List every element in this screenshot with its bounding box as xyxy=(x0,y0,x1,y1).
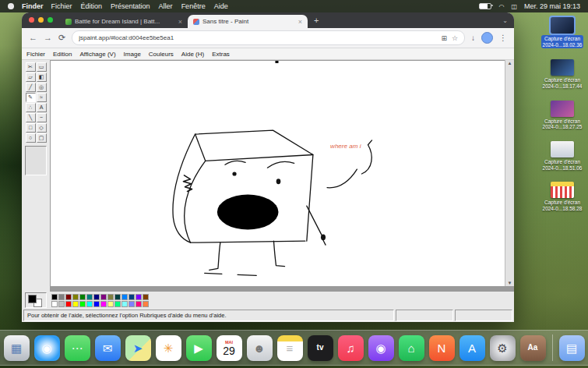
color-swatch[interactable] xyxy=(121,301,128,307)
color-swatch[interactable] xyxy=(143,294,149,300)
pick-color-tool[interactable]: ╱ xyxy=(26,83,36,92)
curve-tool[interactable]: ~ xyxy=(37,113,47,122)
desktop-file-icon[interactable]: Capture d'écran2024-0...18.51.06 xyxy=(540,141,584,171)
back-button[interactable]: ← xyxy=(29,34,37,42)
address-bar[interactable]: jspaint.app/#local:d004ee5be5ea1 ⊞ ☆ xyxy=(72,30,465,45)
paint-menu-item[interactable]: Fichier xyxy=(26,51,45,58)
scroll-down-icon[interactable]: ▼ xyxy=(508,280,512,286)
color-swatch[interactable] xyxy=(79,294,86,300)
install-app-icon[interactable]: ⊞ xyxy=(441,34,447,42)
paint-canvas[interactable]: where am i xyxy=(51,61,505,286)
app-menu-finder[interactable]: Finder xyxy=(22,2,44,10)
menu-item[interactable]: Fichier xyxy=(51,2,72,10)
tab-bfdi[interactable]: Battle for Dream Island | Batt... × xyxy=(60,15,188,28)
color-swatch[interactable] xyxy=(129,301,135,307)
dock-downloads-folder-icon[interactable]: ▤ xyxy=(559,335,585,361)
vertical-scrollbar[interactable]: ▲ ▼ xyxy=(505,60,514,286)
tab-search-icon[interactable]: ⌄ xyxy=(502,17,508,24)
color-swatch[interactable] xyxy=(129,294,135,300)
desktop-file-icon[interactable]: Capture d'écran2024-0...18.27.25 xyxy=(540,101,584,130)
color-swatch[interactable] xyxy=(51,301,58,307)
dock-music-icon[interactable]: ♫ xyxy=(338,335,364,361)
apple-menu-icon[interactable] xyxy=(8,3,14,9)
profile-avatar[interactable] xyxy=(481,32,493,44)
fill-tool[interactable]: ◧ xyxy=(37,73,47,82)
url-text[interactable]: jspaint.app/#local:d004ee5be5ea1 xyxy=(79,34,436,41)
color-swatch[interactable] xyxy=(136,301,142,307)
paint-menu-item[interactable]: Affichage (V) xyxy=(79,51,115,58)
foreground-background-colors[interactable] xyxy=(25,292,47,308)
tab-close-icon[interactable]: × xyxy=(298,18,302,26)
menu-item[interactable]: Édition xyxy=(81,2,103,10)
text-tool[interactable]: A xyxy=(37,103,47,112)
rectangle-tool[interactable]: □ xyxy=(26,123,36,133)
color-swatch[interactable] xyxy=(58,294,65,300)
dock-mail-icon[interactable]: ✉ xyxy=(95,335,121,361)
bookmark-star-icon[interactable]: ☆ xyxy=(452,34,458,42)
select-tool[interactable]: ▭ xyxy=(37,62,47,72)
color-swatch[interactable] xyxy=(107,294,114,300)
dock-contacts-icon[interactable]: ☻ xyxy=(247,335,273,361)
dock-photos-icon[interactable]: ✳ xyxy=(156,335,181,361)
desktop-file-icon[interactable]: Capture d'écran2024-0...18.17.44 xyxy=(540,59,584,89)
color-swatch[interactable] xyxy=(65,301,72,307)
paint-menu-item[interactable]: Image xyxy=(124,51,141,58)
ellipse-tool[interactable]: ○ xyxy=(26,133,36,143)
zoom-window-button[interactable] xyxy=(48,17,53,23)
rounded-rectangle-tool[interactable]: ▢ xyxy=(37,133,47,143)
forward-button[interactable]: → xyxy=(44,34,52,42)
dock-podcasts-icon[interactable]: ◉ xyxy=(368,335,394,361)
color-swatch[interactable] xyxy=(100,294,107,300)
control-center-icon[interactable]: ◫ xyxy=(511,3,517,10)
color-swatch[interactable] xyxy=(65,294,72,300)
color-swatch[interactable] xyxy=(107,301,114,307)
color-swatch[interactable] xyxy=(58,301,65,307)
dock-maps-icon[interactable]: ➤ xyxy=(125,335,151,361)
dock-facetime-icon[interactable]: ▶ xyxy=(186,335,212,361)
menubar-clock[interactable]: Mer. 29 mai 19:13 xyxy=(524,2,580,10)
new-tab-button[interactable]: + xyxy=(314,16,319,25)
close-window-button[interactable] xyxy=(29,17,34,23)
browser-menu-icon[interactable]: ⋮ xyxy=(499,34,507,42)
menu-item[interactable]: Aide xyxy=(214,2,228,10)
menu-item[interactable]: Aller xyxy=(159,2,173,10)
color-swatch[interactable] xyxy=(79,301,86,307)
pencil-tool[interactable]: ✎ xyxy=(26,93,36,102)
wifi-icon[interactable]: ◠ xyxy=(498,3,504,10)
dock-launchpad-icon[interactable]: ▦ xyxy=(4,335,30,361)
paint-menu-item[interactable]: Extras xyxy=(212,51,230,58)
magnifier-tool[interactable]: ◎ xyxy=(37,83,47,92)
color-swatch[interactable] xyxy=(136,294,142,300)
battery-icon[interactable] xyxy=(479,3,491,9)
dock-messages-icon[interactable]: ⋯ xyxy=(65,335,90,361)
line-tool[interactable]: ╲ xyxy=(26,113,36,122)
menu-item[interactable]: Fenêtre xyxy=(181,2,206,10)
tool-options-box[interactable] xyxy=(25,146,47,175)
color-swatch[interactable] xyxy=(51,294,58,300)
dock-calendar-icon[interactable]: mai29 xyxy=(217,335,242,361)
dock-dictionary-icon[interactable]: Aa xyxy=(520,335,546,361)
foreground-color-swatch[interactable] xyxy=(28,295,37,303)
color-swatch[interactable] xyxy=(143,301,149,307)
downloads-icon[interactable]: ↓ xyxy=(471,34,475,42)
color-swatch[interactable] xyxy=(121,294,128,300)
dock-news-icon[interactable]: N xyxy=(429,335,455,361)
brush-tool[interactable]: ≈ xyxy=(37,93,47,102)
scroll-up-icon[interactable]: ▲ xyxy=(508,60,512,66)
color-swatch[interactable] xyxy=(93,301,100,307)
free-form-select-tool[interactable]: ✂ xyxy=(26,62,36,72)
color-swatch[interactable] xyxy=(93,294,100,300)
minimize-window-button[interactable] xyxy=(38,17,44,23)
polygon-tool[interactable]: ◇ xyxy=(37,123,47,133)
color-swatch[interactable] xyxy=(114,301,121,307)
color-swatch[interactable] xyxy=(100,301,107,307)
tab-close-icon[interactable]: × xyxy=(178,18,182,26)
reload-button[interactable]: ⟳ xyxy=(58,34,65,42)
airbrush-tool[interactable]: ∴ xyxy=(26,103,36,112)
desktop-file-icon[interactable]: Capture d'écran2024-0...18.58.28 xyxy=(540,182,584,211)
tab-paint[interactable]: Sans titre - Paint × xyxy=(188,15,308,28)
color-swatch[interactable] xyxy=(86,301,93,307)
dock-tv-icon[interactable]: tv xyxy=(308,335,333,361)
color-swatch[interactable] xyxy=(114,294,121,300)
desktop-file-icon[interactable]: Capture d'écran2024-0...18.02.36 xyxy=(540,17,584,48)
